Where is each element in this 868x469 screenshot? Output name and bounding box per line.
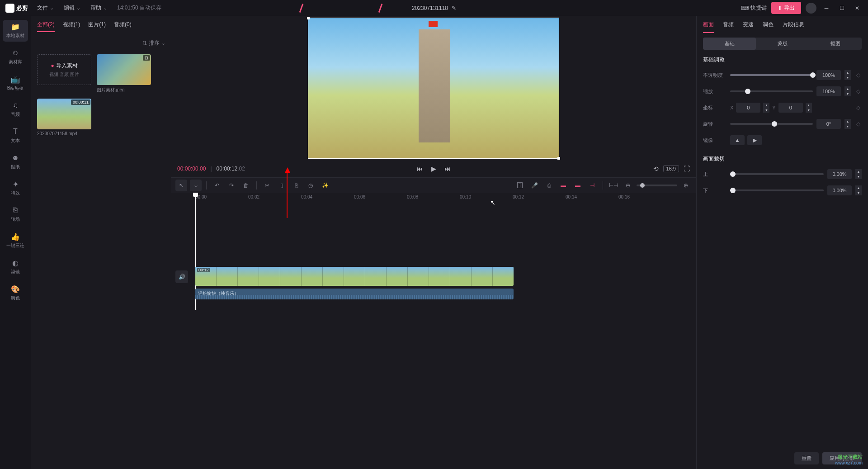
- stepper-down[interactable]: ▼: [806, 108, 812, 113]
- import-media-button[interactable]: ● 导入素材 视频 音频 图片: [37, 54, 91, 85]
- sidebar-item-transition[interactable]: ⎘转场: [3, 204, 28, 225]
- sidebar-item-sticker[interactable]: ☻贴纸: [3, 151, 28, 173]
- stepper-up[interactable]: ▲: [855, 169, 862, 174]
- keyframe-icon[interactable]: ◇: [854, 104, 862, 111]
- tab-speed[interactable]: 变速: [743, 21, 754, 33]
- sidebar-item-color[interactable]: 🎨调色: [3, 282, 28, 304]
- aspect-ratio[interactable]: 16:9: [663, 165, 679, 172]
- stepper-down[interactable]: ▼: [844, 124, 851, 129]
- rotation-slider[interactable]: [730, 123, 813, 125]
- record-icon[interactable]: 🎤: [528, 180, 540, 191]
- timeline-ruler[interactable]: 00:00 00:02 00:04 00:06 00:08 00:10 00:1…: [195, 193, 696, 204]
- tab-info[interactable]: 片段信息: [783, 21, 804, 33]
- opacity-value[interactable]: 100%: [816, 70, 841, 80]
- sort-button[interactable]: ⇅ 排序: [142, 39, 165, 47]
- opacity-slider[interactable]: [730, 74, 813, 76]
- mirror-horizontal-button[interactable]: ▲: [730, 135, 745, 145]
- zoom-slider[interactable]: [637, 185, 677, 186]
- video-clip[interactable]: 00:12: [195, 267, 514, 286]
- sidebar-item-local[interactable]: 📁本地素材: [3, 20, 28, 42]
- position-x-input[interactable]: 0: [736, 103, 760, 113]
- rotation-value[interactable]: 0°: [816, 119, 841, 129]
- stepper-up[interactable]: ▲: [844, 86, 851, 91]
- tab-image[interactable]: 图片(1): [88, 21, 106, 32]
- sidebar-item-effect[interactable]: ✦特效: [3, 177, 28, 199]
- subtab-basic[interactable]: 基础: [703, 38, 756, 50]
- undo-button[interactable]: ↶: [211, 180, 223, 191]
- magnet-icon[interactable]: ⊢⊣: [608, 180, 619, 191]
- subtab-mask[interactable]: 蒙版: [756, 38, 809, 50]
- zoom-in-icon[interactable]: ⊕: [680, 180, 692, 191]
- speed-button[interactable]: ◷: [305, 180, 316, 191]
- freeze-button[interactable]: ⎘: [290, 180, 302, 191]
- pointer-tool[interactable]: ↖: [175, 180, 187, 191]
- snap-toggle-2[interactable]: ▬: [572, 180, 584, 191]
- sidebar-item-text[interactable]: T文本: [3, 125, 28, 147]
- stepper-down[interactable]: ▼: [844, 75, 851, 80]
- menu-file[interactable]: 文件: [37, 4, 53, 12]
- preview-canvas[interactable]: [171, 16, 696, 160]
- tab-color[interactable]: 调色: [763, 21, 774, 33]
- crop-button[interactable]: ▯: [276, 180, 288, 191]
- stepper-down[interactable]: ▼: [855, 174, 862, 179]
- menu-edit[interactable]: 编辑: [64, 4, 80, 12]
- sidebar-item-combo[interactable]: 👍一键三连: [3, 230, 28, 251]
- audio-clip[interactable]: 轻松愉快（纯音乐）: [195, 289, 514, 299]
- user-avatar[interactable]: [806, 3, 816, 14]
- subtab-cutout[interactable]: 抠图: [809, 38, 862, 50]
- sidebar-item-audio[interactable]: ♫音频: [3, 99, 28, 120]
- keyframe-icon[interactable]: ◇: [854, 71, 862, 79]
- export-button[interactable]: ⬆ 导出: [771, 2, 801, 14]
- crop-bottom-slider[interactable]: [730, 189, 824, 191]
- scale-value[interactable]: 100%: [816, 86, 841, 96]
- stepper-down[interactable]: ▼: [855, 190, 862, 195]
- sidebar-item-library[interactable]: ☺素材库: [3, 46, 28, 68]
- crop-top-slider[interactable]: [730, 173, 824, 175]
- edit-title-icon[interactable]: ✎: [452, 5, 456, 11]
- minimize-icon[interactable]: ─: [821, 3, 832, 14]
- crop-top-value[interactable]: 0.00%: [827, 169, 852, 179]
- loop-icon[interactable]: ⟲: [653, 165, 659, 172]
- next-frame-button[interactable]: ⏭: [444, 165, 451, 172]
- sidebar-item-hot[interactable]: 📺B站热梗: [3, 72, 28, 94]
- mute-track-button[interactable]: 🔊: [175, 270, 188, 283]
- stepper-up[interactable]: ▲: [844, 70, 851, 75]
- reset-button[interactable]: 重置: [794, 452, 819, 464]
- stepper-up[interactable]: ▲: [806, 103, 812, 108]
- magic-button[interactable]: ✨: [319, 180, 331, 191]
- media-item[interactable]: ⊡ 图片素材.jpeg: [97, 54, 151, 93]
- tab-picture[interactable]: 画面: [703, 21, 714, 33]
- shortcut-button[interactable]: ⌨ 快捷键: [741, 4, 767, 12]
- tab-audio[interactable]: 音频(0): [114, 21, 132, 32]
- mirror-vertical-button[interactable]: ▶: [747, 135, 762, 145]
- split-button[interactable]: ✂: [261, 180, 273, 191]
- play-button[interactable]: ▶: [431, 165, 436, 172]
- media-item[interactable]: 00:00:11 202307071158.mp4: [37, 99, 91, 136]
- prev-frame-button[interactable]: ⏮: [417, 165, 423, 172]
- keyframe-icon[interactable]: ◇: [854, 120, 862, 128]
- position-y-input[interactable]: 0: [778, 103, 803, 113]
- delete-button[interactable]: 🗑: [240, 180, 252, 191]
- video-frame[interactable]: [308, 18, 559, 159]
- preview-out-icon[interactable]: ⎙: [543, 180, 555, 191]
- tab-video[interactable]: 视频(1): [63, 21, 80, 32]
- scale-slider[interactable]: [730, 90, 813, 92]
- redo-button[interactable]: ↷: [226, 180, 237, 191]
- crop-bottom-value[interactable]: 0.00%: [827, 185, 852, 195]
- timeline[interactable]: 00:00 00:02 00:04 00:06 00:08 00:10 00:1…: [171, 193, 696, 469]
- caption-button[interactable]: 🅃: [514, 180, 526, 191]
- sidebar-item-filter[interactable]: ◐滤镜: [3, 256, 28, 278]
- close-icon[interactable]: ✕: [852, 3, 863, 14]
- fullscreen-icon[interactable]: ⛶: [684, 165, 690, 172]
- stepper-down[interactable]: ▼: [844, 91, 851, 96]
- menu-help[interactable]: 帮助: [90, 4, 106, 12]
- keyframe-icon[interactable]: ◇: [854, 88, 862, 95]
- stepper-down[interactable]: ▼: [763, 108, 769, 113]
- tab-audio[interactable]: 音频: [723, 21, 734, 33]
- maximize-icon[interactable]: ☐: [836, 3, 847, 14]
- stepper-up[interactable]: ▲: [763, 103, 769, 108]
- tab-all[interactable]: 全部(2): [37, 21, 55, 32]
- snap-toggle-1[interactable]: ▬: [557, 180, 569, 191]
- zoom-out-icon[interactable]: ⊖: [622, 180, 634, 191]
- tool-dropdown[interactable]: ⌵: [190, 180, 202, 191]
